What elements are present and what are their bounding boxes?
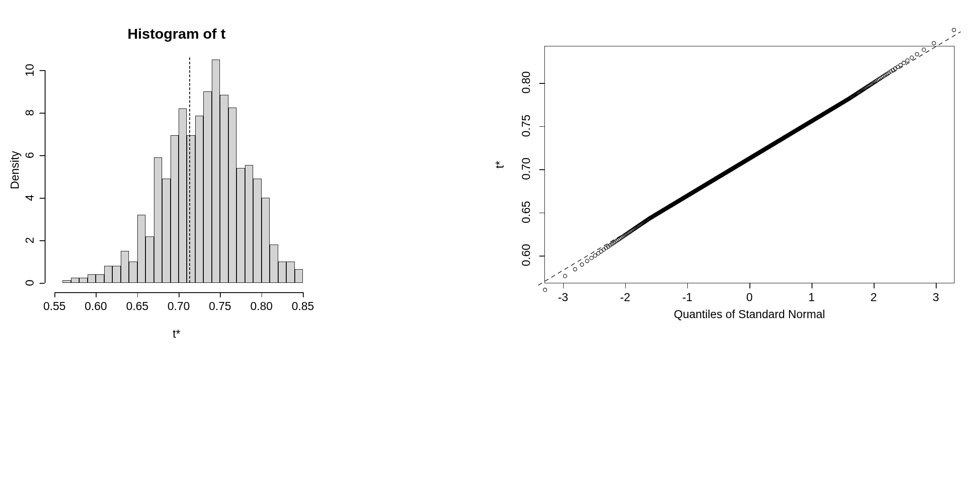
qq-x-tick-label: 1 (799, 291, 824, 304)
qq-x-tick (625, 283, 626, 288)
qq-point (915, 52, 919, 56)
qq-point (922, 48, 926, 51)
qq-point (906, 59, 909, 62)
qq-x-tick (812, 283, 812, 288)
qq-y-tick-label: 0.60 (503, 245, 550, 266)
figure: Histogram of t 0.550.600.650.700.750.800… (0, 0, 980, 490)
qq-y-tick-label: 0.65 (503, 202, 550, 223)
qq-point (599, 250, 603, 253)
qq-x-tick (874, 283, 875, 288)
qq-point (910, 56, 913, 59)
qq-y-tick-label: 0.80 (503, 72, 550, 94)
qq-point (902, 61, 906, 65)
qq-point (899, 63, 902, 67)
qq-point (585, 259, 589, 262)
qq-point (573, 268, 577, 271)
qq-x-tick-label: 3 (923, 291, 949, 304)
qq-xlabel-real: Quantiles of Standard Normal (544, 308, 954, 321)
qq-y-tick-label: 0.75 (503, 116, 550, 137)
qq-point (593, 254, 597, 257)
qq-x-tick-label: -2 (612, 291, 638, 304)
qq-x-tick-label: 2 (861, 291, 886, 304)
qq-x-tick-label: -3 (550, 291, 576, 304)
qq-x-tick-label: 0 (737, 291, 762, 304)
qq-x-tick (563, 283, 564, 288)
qq-point (563, 274, 567, 278)
qq-svg-real (544, 46, 954, 283)
qq-x-tick (687, 283, 688, 288)
qq-point (590, 256, 593, 259)
qq-point (580, 263, 584, 266)
qq-x-tick-label: -1 (675, 291, 700, 304)
qq-y-tick-label: 0.70 (503, 159, 550, 180)
qq-ylabel-real: t* (493, 122, 507, 207)
qq-x-tick (936, 283, 937, 288)
qq-x-tick (749, 283, 750, 288)
